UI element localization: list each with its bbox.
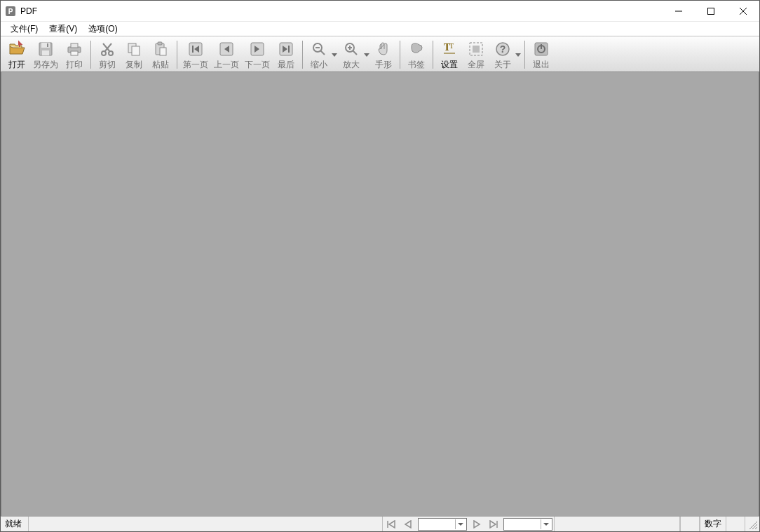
open-button[interactable]: 打开 [4,38,30,71]
prevpage-label: 上一页 [214,60,239,69]
svg-rect-21 [160,48,166,55]
app-window: P PDF 文件(F) 查看(V) 选项(O) [0,0,760,532]
bookmark-button[interactable]: 书签 [403,38,430,71]
print-button[interactable]: 打印 [61,38,88,71]
open-label: 打开 [8,60,25,69]
toolbar-separator [177,41,177,69]
zoomin-button[interactable]: 放大 [338,38,365,71]
hand-icon [374,39,393,59]
svg-text:P: P [8,8,13,15]
status-prev-icon[interactable] [400,517,416,531]
svg-marker-54 [405,521,411,528]
status-zoom-combo[interactable] [503,518,552,531]
saveas-button[interactable]: 另存为 [30,38,61,71]
nextpage-button[interactable]: 下一页 [242,38,273,71]
zoomin-label: 放大 [343,60,360,69]
saveas-label: 另存为 [33,60,58,69]
svg-line-33 [320,50,325,55]
hand-button[interactable]: 手形 [370,38,397,71]
prevpage-button[interactable]: 上一页 [211,38,242,71]
bookmark-icon [407,39,426,59]
svg-rect-45 [473,46,480,53]
fullscreen-icon [466,39,486,59]
power-icon [531,39,551,59]
svg-rect-9 [47,43,48,47]
printer-icon [65,39,84,59]
svg-marker-56 [474,521,480,528]
help-icon: ? [493,39,513,59]
close-button[interactable] [727,1,759,21]
first-page-icon [186,39,205,59]
svg-marker-53 [389,521,395,528]
window-controls [663,1,759,21]
about-button[interactable]: ? 关于 [489,38,516,71]
hand-label: 手形 [375,60,392,69]
toolbar-separator [400,41,400,69]
menu-view[interactable]: 查看(V) [43,22,83,36]
zoomout-label: 缩小 [311,60,327,69]
window-title: PDF [20,6,37,16]
paste-button[interactable]: 粘贴 [147,38,174,71]
save-icon [36,39,55,59]
svg-line-62 [755,527,757,529]
settings-icon: TT [440,39,459,59]
zoom-in-icon [341,39,361,59]
folder-open-icon [7,39,27,59]
copy-icon [124,39,144,59]
zoomout-button[interactable]: 缩小 [306,38,332,71]
exit-button[interactable]: 退出 [528,38,555,71]
toolbar-separator [90,41,91,69]
maximize-button[interactable] [695,1,727,21]
svg-rect-7 [41,43,50,48]
menu-file[interactable]: 文件(F) [5,22,43,36]
svg-rect-12 [71,51,78,55]
copy-button[interactable]: 复制 [121,38,147,71]
paste-label: 粘贴 [152,60,169,69]
status-field [554,517,680,531]
zoom-out-icon [309,39,329,59]
app-icon: P [5,6,16,17]
svg-rect-20 [158,42,162,45]
svg-marker-35 [332,53,337,57]
svg-marker-40 [364,53,369,57]
svg-rect-11 [71,43,78,48]
status-first-icon[interactable] [383,517,400,531]
svg-marker-57 [490,521,496,528]
svg-marker-59 [543,523,549,526]
paste-icon [151,39,170,59]
cut-button[interactable]: 剪切 [94,38,121,71]
firstpage-button[interactable]: 第一页 [180,38,211,71]
print-label: 打印 [66,60,83,69]
resize-grip[interactable] [745,517,759,531]
svg-rect-8 [42,50,49,55]
svg-text:?: ? [500,43,506,55]
copy-label: 复制 [125,60,142,69]
about-label: 关于 [494,60,511,69]
last-page-icon [276,39,296,59]
scissors-icon [97,39,117,59]
menu-options[interactable]: 选项(O) [83,22,123,36]
fullscreen-label: 全屏 [468,60,484,69]
lastpage-label: 最后 [278,60,294,69]
nextpage-label: 下一页 [245,60,270,69]
status-last-icon[interactable] [485,517,502,531]
minimize-button[interactable] [663,1,695,21]
chevron-down-icon [455,519,465,529]
status-numlock: 数字 [700,517,726,531]
status-next-icon[interactable] [468,517,485,531]
lastpage-button[interactable]: 最后 [273,38,299,71]
status-spacer [29,517,383,531]
exit-label: 退出 [533,60,550,69]
toolbar-separator [524,41,525,69]
status-page-combo[interactable] [418,518,467,531]
fullscreen-button[interactable]: 全屏 [463,38,489,71]
toolbar-separator [433,41,433,69]
settings-button[interactable]: TT 设置 [436,38,463,71]
svg-line-37 [353,50,357,55]
titlebar: P PDF [1,1,759,22]
toolbar-separator [302,41,303,69]
cut-label: 剪切 [99,60,116,69]
svg-text:T: T [449,42,454,50]
document-area [1,72,759,516]
svg-marker-55 [458,523,463,526]
